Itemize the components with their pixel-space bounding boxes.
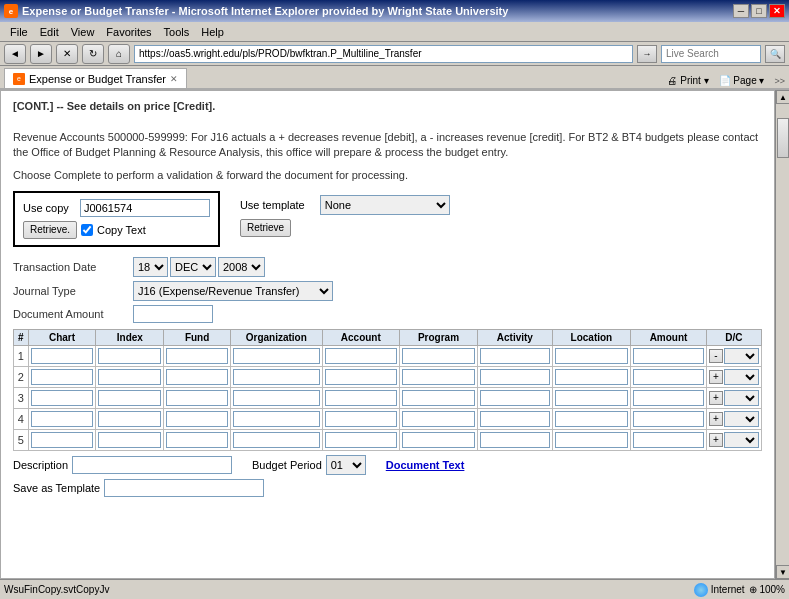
account-input-4[interactable] bbox=[325, 411, 397, 427]
amount-input-4[interactable] bbox=[633, 411, 704, 427]
search-input[interactable] bbox=[661, 45, 761, 63]
account-input-5[interactable] bbox=[325, 432, 397, 448]
print-button[interactable]: 🖨 Print ▾ bbox=[667, 75, 708, 86]
add-button-4[interactable]: + bbox=[709, 412, 723, 426]
location-input-3[interactable] bbox=[555, 390, 628, 406]
scroll-thumb[interactable] bbox=[777, 118, 789, 158]
program-input-2[interactable] bbox=[402, 369, 475, 385]
address-input[interactable] bbox=[134, 45, 633, 63]
add-button-3[interactable]: + bbox=[709, 391, 723, 405]
chart-input-3[interactable] bbox=[31, 390, 94, 406]
document-text-link[interactable]: Document Text bbox=[386, 459, 465, 471]
retrieve-button[interactable]: Retrieve. bbox=[23, 221, 77, 239]
minus-button-1[interactable]: - bbox=[709, 349, 723, 363]
chart-input-2[interactable] bbox=[31, 369, 94, 385]
refresh-button[interactable]: ↻ bbox=[82, 44, 104, 64]
close-button[interactable]: ✕ bbox=[769, 4, 785, 18]
status-zone: Internet bbox=[694, 583, 745, 597]
copy-text-label: Copy Text bbox=[97, 224, 146, 236]
fund-input-2[interactable] bbox=[166, 369, 228, 385]
vertical-scrollbar[interactable]: ▲ ▼ bbox=[775, 90, 789, 579]
account-input-3[interactable] bbox=[325, 390, 397, 406]
add-button-5[interactable]: + bbox=[709, 433, 723, 447]
document-amount-input[interactable] bbox=[133, 305, 213, 323]
dc-select-5[interactable] bbox=[724, 432, 759, 448]
copy-text-checkbox[interactable] bbox=[81, 224, 93, 236]
account-input-1[interactable] bbox=[325, 348, 397, 364]
tab-bar: e Expense or Budget Transfer ✕ 🖨 Print ▾… bbox=[0, 66, 789, 90]
activity-input-4[interactable] bbox=[480, 411, 550, 427]
amount-input-3[interactable] bbox=[633, 390, 704, 406]
year-select[interactable]: 2008 bbox=[218, 257, 265, 277]
maximize-button[interactable]: □ bbox=[751, 4, 767, 18]
location-input-1[interactable] bbox=[555, 348, 628, 364]
location-input-4[interactable] bbox=[555, 411, 628, 427]
location-input-2[interactable] bbox=[555, 369, 628, 385]
menu-edit[interactable]: Edit bbox=[34, 25, 65, 39]
account-input-2[interactable] bbox=[325, 369, 397, 385]
fund-input-5[interactable] bbox=[166, 432, 228, 448]
dc-select-2[interactable] bbox=[724, 369, 759, 385]
add-button-2[interactable]: + bbox=[709, 370, 723, 384]
table-row: 5 + bbox=[14, 429, 762, 450]
search-go-button[interactable]: 🔍 bbox=[765, 45, 785, 63]
use-copy-input[interactable] bbox=[80, 199, 210, 217]
dc-select-4[interactable] bbox=[724, 411, 759, 427]
chart-input-1[interactable] bbox=[31, 348, 94, 364]
program-input-1[interactable] bbox=[402, 348, 475, 364]
index-input-2[interactable] bbox=[98, 369, 161, 385]
chart-input-4[interactable] bbox=[31, 411, 94, 427]
program-input-5[interactable] bbox=[402, 432, 475, 448]
home-button[interactable]: ⌂ bbox=[108, 44, 130, 64]
fund-input-1[interactable] bbox=[166, 348, 228, 364]
activity-input-2[interactable] bbox=[480, 369, 550, 385]
org-input-1[interactable] bbox=[233, 348, 320, 364]
template-retrieve-button[interactable]: Retrieve bbox=[240, 219, 291, 237]
activity-input-3[interactable] bbox=[480, 390, 550, 406]
amount-input-2[interactable] bbox=[633, 369, 704, 385]
program-input-3[interactable] bbox=[402, 390, 475, 406]
active-tab[interactable]: e Expense or Budget Transfer ✕ bbox=[4, 68, 187, 88]
journal-type-select[interactable]: J16 (Expense/Revenue Transfer) bbox=[133, 281, 333, 301]
page-button[interactable]: 📄 Page ▾ bbox=[719, 75, 765, 86]
menu-file[interactable]: File bbox=[4, 25, 34, 39]
org-input-2[interactable] bbox=[233, 369, 320, 385]
forward-button[interactable]: ► bbox=[30, 44, 52, 64]
dc-select-1[interactable] bbox=[724, 348, 759, 364]
budget-period-select[interactable]: 01 bbox=[326, 455, 366, 475]
menu-view[interactable]: View bbox=[65, 25, 101, 39]
stop-button[interactable]: ✕ bbox=[56, 44, 78, 64]
month-select[interactable]: DEC bbox=[170, 257, 216, 277]
index-input-1[interactable] bbox=[98, 348, 161, 364]
chart-input-5[interactable] bbox=[31, 432, 94, 448]
activity-input-5[interactable] bbox=[480, 432, 550, 448]
program-input-4[interactable] bbox=[402, 411, 475, 427]
back-button[interactable]: ◄ bbox=[4, 44, 26, 64]
org-input-5[interactable] bbox=[233, 432, 320, 448]
dc-select-3[interactable] bbox=[724, 390, 759, 406]
amount-input-1[interactable] bbox=[633, 348, 704, 364]
template-select[interactable]: None bbox=[320, 195, 450, 215]
org-input-3[interactable] bbox=[233, 390, 320, 406]
index-input-5[interactable] bbox=[98, 432, 161, 448]
menu-help[interactable]: Help bbox=[195, 25, 230, 39]
index-input-4[interactable] bbox=[98, 411, 161, 427]
scroll-up-button[interactable]: ▲ bbox=[776, 90, 789, 104]
description-input[interactable] bbox=[72, 456, 232, 474]
activity-input-1[interactable] bbox=[480, 348, 550, 364]
index-input-3[interactable] bbox=[98, 390, 161, 406]
menu-tools[interactable]: Tools bbox=[158, 25, 196, 39]
minimize-button[interactable]: ─ bbox=[733, 4, 749, 18]
fund-input-4[interactable] bbox=[166, 411, 228, 427]
save-template-input[interactable] bbox=[104, 479, 264, 497]
location-input-5[interactable] bbox=[555, 432, 628, 448]
fund-input-3[interactable] bbox=[166, 390, 228, 406]
go-button[interactable]: → bbox=[637, 45, 657, 63]
scroll-down-button[interactable]: ▼ bbox=[776, 565, 789, 579]
org-input-4[interactable] bbox=[233, 411, 320, 427]
menu-favorites[interactable]: Favorites bbox=[100, 25, 157, 39]
tab-extras-more[interactable]: >> bbox=[774, 76, 785, 86]
tab-close-button[interactable]: ✕ bbox=[170, 74, 178, 84]
amount-input-5[interactable] bbox=[633, 432, 704, 448]
day-select[interactable]: 18 bbox=[133, 257, 168, 277]
